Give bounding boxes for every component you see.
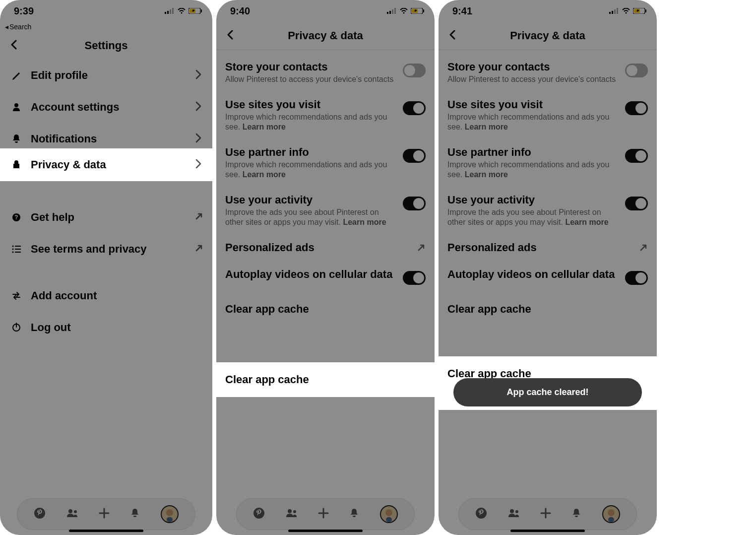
item-personalized-ads[interactable]: Personalized ads (439, 234, 657, 261)
nav-home-icon[interactable] (475, 507, 487, 521)
learn-more-link[interactable]: Learn more (565, 218, 608, 226)
item-title: Use partner info (447, 146, 619, 159)
chevron-right-icon (193, 158, 203, 171)
nav-create-icon[interactable] (99, 508, 110, 521)
external-link-icon (194, 212, 203, 223)
toggle-store-contacts[interactable] (625, 64, 648, 77)
home-indicator[interactable] (288, 530, 363, 532)
battery-icon (633, 8, 647, 14)
item-clear-cache-highlight[interactable]: Clear app cache (216, 362, 435, 397)
chevron-right-icon (193, 69, 203, 82)
status-bar: 9:39 (0, 0, 212, 22)
item-clear-cache[interactable]: Clear app cache (216, 292, 435, 327)
nav-avatar[interactable] (161, 505, 179, 523)
nav-create-icon[interactable] (540, 508, 551, 521)
toggle-partner-info[interactable] (403, 149, 426, 163)
nav-people-icon[interactable] (508, 508, 519, 520)
row-add-account[interactable]: Add account (0, 280, 212, 312)
question-icon (9, 213, 24, 222)
row-terms-privacy[interactable]: See terms and privacy (0, 233, 212, 265)
toggle-autoplay[interactable] (403, 271, 426, 285)
row-edit-profile[interactable]: Edit profile (0, 60, 212, 91)
list-icon (9, 245, 24, 254)
external-link-icon (194, 244, 203, 255)
wifi-icon (622, 8, 630, 14)
back-button[interactable] (225, 29, 235, 42)
item-autoplay: Autoplay videos on cellular data (216, 261, 435, 292)
item-autoplay: Autoplay videos on cellular data (439, 261, 657, 292)
back-button[interactable] (9, 39, 19, 52)
item-title: Personalized ads (225, 241, 411, 254)
nav-home-icon[interactable] (253, 507, 265, 521)
learn-more-link[interactable]: Learn more (243, 123, 286, 131)
toggle-store-contacts[interactable] (403, 64, 426, 77)
toggle-use-sites[interactable] (625, 101, 648, 115)
lock-icon (9, 160, 24, 170)
nav-people-icon[interactable] (286, 508, 297, 520)
row-label: See terms and privacy (24, 243, 194, 256)
page-title: Privacy & data (288, 29, 363, 42)
item-subtitle: Improve the ads you see about Pinterest … (225, 207, 397, 227)
item-partner-info: Use partner info Improve which recommend… (216, 139, 435, 187)
nav-people-icon[interactable] (67, 508, 78, 520)
row-get-help[interactable]: Get help (0, 201, 212, 233)
nav-avatar[interactable] (380, 505, 398, 523)
toggle-partner-info[interactable] (625, 149, 648, 163)
item-title: Clear app cache (225, 373, 309, 386)
back-to-search[interactable]: ◂Search (0, 22, 212, 32)
page-title: Settings (85, 39, 128, 52)
toggle-autoplay[interactable] (625, 271, 648, 285)
cell-signal-icon (165, 8, 175, 14)
cell-signal-icon (387, 8, 397, 14)
screen-privacy-data-toast: 9:41 Privacy & data Store your contacts … (439, 0, 657, 535)
item-store-contacts: Store your contacts Allow Pinterest to a… (216, 54, 435, 91)
swap-icon (9, 291, 24, 300)
learn-more-link[interactable]: Learn more (343, 218, 386, 226)
learn-more-link[interactable]: Learn more (243, 170, 286, 179)
nav-notifications-icon[interactable] (130, 508, 139, 520)
row-privacy-data-highlight[interactable]: Privacy & data (0, 148, 212, 181)
wifi-icon (400, 8, 408, 14)
learn-more-link[interactable]: Learn more (465, 170, 508, 179)
item-title: Autoplay videos on cellular data (447, 268, 619, 281)
toast-cache-cleared: App cache cleared! (453, 378, 642, 406)
nav-create-icon[interactable] (318, 508, 329, 521)
row-log-out[interactable]: Log out (0, 312, 212, 343)
toggle-use-sites[interactable] (403, 101, 426, 115)
nav-avatar[interactable] (602, 505, 620, 523)
home-indicator[interactable] (510, 530, 585, 532)
header: Privacy & data (216, 22, 435, 50)
item-subtitle: Allow Pinterest to access your device's … (225, 74, 397, 84)
item-use-sites: Use sites you visit Improve which recomm… (216, 91, 435, 139)
external-link-icon (417, 243, 426, 254)
bottom-nav (236, 498, 415, 530)
nav-home-icon[interactable] (34, 507, 46, 521)
item-title: Use sites you visit (447, 98, 619, 111)
row-label: Privacy & data (24, 158, 193, 171)
pencil-icon (9, 70, 24, 80)
item-clear-cache[interactable]: Clear app cache (439, 292, 657, 327)
nav-notifications-icon[interactable] (350, 508, 359, 520)
learn-more-link[interactable]: Learn more (465, 123, 508, 131)
home-indicator[interactable] (69, 530, 143, 532)
row-label: Account settings (24, 101, 193, 114)
battery-icon (189, 8, 202, 14)
item-title: Store your contacts (225, 61, 397, 73)
nav-notifications-icon[interactable] (572, 508, 581, 520)
header: Settings (0, 32, 212, 60)
person-icon (9, 102, 24, 112)
item-use-activity: Use your activity Improve the ads you se… (216, 187, 435, 234)
toggle-use-activity[interactable] (403, 197, 426, 210)
row-account-settings[interactable]: Account settings (0, 91, 212, 123)
toggle-use-activity[interactable] (625, 197, 648, 210)
item-subtitle: Allow Pinterest to access your device's … (447, 74, 619, 84)
back-button[interactable] (447, 29, 457, 42)
item-subtitle: Improve which recommendations and ads yo… (447, 160, 619, 180)
row-label: Add account (24, 289, 203, 302)
page-title: Privacy & data (510, 29, 585, 42)
item-title: Use your activity (447, 194, 619, 206)
status-time: 9:40 (230, 5, 250, 17)
status-time: 9:39 (14, 5, 34, 17)
item-title: Use partner info (225, 146, 397, 159)
item-personalized-ads[interactable]: Personalized ads (216, 234, 435, 261)
